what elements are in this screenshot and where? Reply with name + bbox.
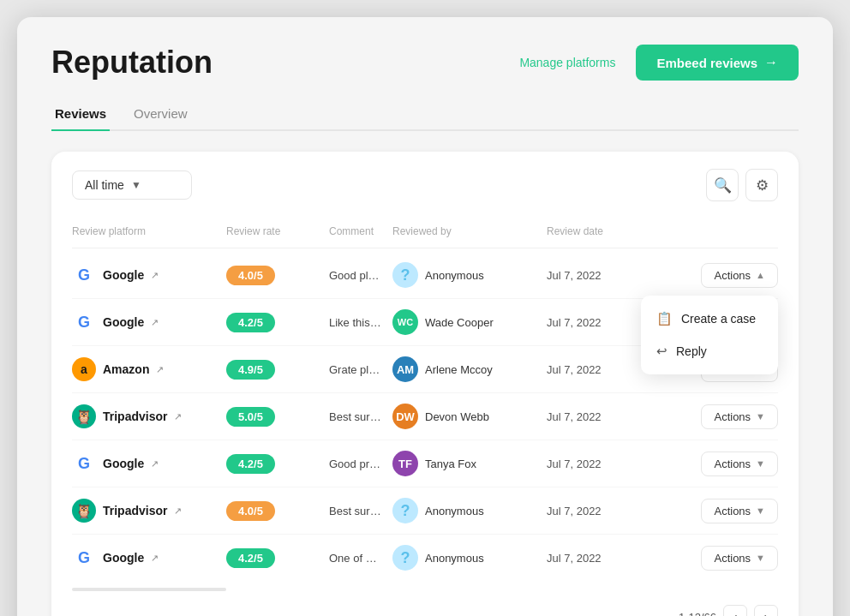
actions-button[interactable]: Actions ▼ [701,499,778,523]
time-filter-dropdown[interactable]: All time ▼ [72,170,192,200]
platform-name: Google [103,457,144,470]
external-link-icon[interactable]: ↗ [151,553,159,564]
reply-item[interactable]: ↩ Reply [641,335,778,368]
google-logo-icon: G [72,452,96,475]
platform-cell: G Google ↗ [72,263,226,287]
table-row: G Google ↗ 4.2/5 One of my friend attach… [72,535,778,581]
external-link-icon[interactable]: ↗ [156,364,164,375]
external-link-icon[interactable]: ↗ [151,317,159,328]
platform-cell: 🦉 Tripadvisor ↗ [72,499,226,523]
scrollbar-hint[interactable] [72,588,226,591]
review-date: Jul 7, 2022 [547,458,667,470]
toolbar-icons: 🔍 ⚙ [706,169,778,201]
table-row: G Google ↗ 4.2/5 Good product TF Tanya F… [72,440,778,487]
col-header-rate: Review rate [226,222,329,241]
tab-reviews[interactable]: Reviews [51,98,110,131]
tab-overview[interactable]: Overview [130,98,191,131]
rating-cell: 4.9/5 [226,360,329,380]
rating-cell: 4.2/5 [226,548,329,568]
google-logo-icon: G [72,546,96,570]
google-logo-icon: G [72,310,96,334]
manage-platforms-link[interactable]: Manage platforms [519,56,615,69]
page-title: Reputation [51,45,212,81]
comment-cell: Like this place [329,316,392,329]
main-window: Reputation Manage platforms Embeed revie… [17,17,833,616]
toolbar: All time ▼ 🔍 ⚙ [72,169,778,201]
comment-cell: Good product [329,458,392,470]
rating-cell: 5.0/5 [226,407,329,427]
chevron-icon: ▼ [756,505,765,516]
rating-badge: 4.2/5 [226,313,275,332]
actions-cell: Actions ▼ [667,499,778,523]
reviewed-by-cell: DW Devon Webb [392,404,547,429]
actions-button[interactable]: Actions ▼ [701,546,778,571]
external-link-icon[interactable]: ↗ [174,505,182,517]
rating-cell: 4.0/5 [226,266,329,285]
table-row: 🦉 Tripadvisor ↗ 4.0/5 Best survey tool e… [72,487,778,535]
filter-button[interactable]: ⚙ [745,169,778,201]
tabs-bar: Reviews Overview [51,98,799,131]
actions-button[interactable]: Actions ▼ [701,452,778,476]
comment-cell: Best survey tool ever [329,505,392,517]
pagination-next-button[interactable]: › [754,605,778,616]
table-header: Review platform Review rate Comment Revi… [72,215,778,248]
embed-reviews-button[interactable]: Embeed reviews → [636,45,799,81]
platform-name: Google [103,551,144,565]
external-link-icon[interactable]: ↗ [151,270,159,281]
tripadvisor-logo-icon: 🦉 [72,404,96,428]
platform-name: Tripadvisor [103,504,167,517]
external-link-icon[interactable]: ↗ [174,411,182,422]
rating-cell: 4.2/5 [226,454,329,474]
rating-badge: 4.0/5 [226,501,275,521]
comment-cell: Grate place to work and nice pe... [329,363,392,376]
amazon-logo-icon: a [72,357,96,381]
rating-badge: 4.2/5 [226,548,275,568]
reply-icon: ↩ [656,344,667,359]
chevron-icon: ▲ [756,270,765,280]
pagination-range: 1-12/66 [679,611,716,617]
chevron-icon: ▼ [756,553,765,563]
reviewer-name: Anonymous [425,269,484,282]
reviewed-by-cell: TF Tanya Fox [392,451,547,476]
external-link-icon[interactable]: ↗ [151,458,159,469]
pagination-prev-button[interactable]: ‹ [723,605,747,616]
actions-cell: Actions ▼ [667,404,778,429]
create-case-icon: 📋 [656,311,673,326]
platform-cell: G Google ↗ [72,452,226,475]
comment-cell: One of my friend attached an in... [329,552,392,565]
chevron-down-icon: ▼ [131,179,141,191]
platform-cell: 🦉 Tripadvisor ↗ [72,404,226,428]
actions-button[interactable]: Actions ▼ [701,404,778,429]
chevron-icon: ▼ [756,458,765,469]
platform-cell: a Amazon ↗ [72,357,226,381]
rating-badge: 4.0/5 [226,266,275,285]
filter-icon: ⚙ [756,176,769,194]
col-header-date: Review date [547,222,667,241]
avatar: DW [392,404,418,429]
rating-badge: 5.0/5 [226,407,275,427]
col-header-reviewed-by: Reviewed by [392,222,547,241]
reviewer-name: Anonymous [425,552,484,565]
actions-dropdown-menu: 📋 Create a case ↩ Reply [641,296,778,374]
google-logo-icon: G [72,263,96,287]
platform-cell: G Google ↗ [72,546,226,570]
col-header-platform: Review platform [72,222,226,241]
review-date: Jul 7, 2022 [547,505,667,517]
actions-button[interactable]: Actions ▲ [701,263,778,288]
platform-name: Amazon [103,362,149,376]
reviewer-name: Arlene Mccoy [425,363,493,376]
rating-cell: 4.0/5 [226,501,329,521]
comment-cell: Best survey tool! [329,410,392,423]
comment-cell: Good place to work! [329,269,392,282]
tripadvisor-logo-icon: 🦉 [72,499,96,523]
avatar: ? [392,545,418,571]
reviewed-by-cell: ? Anonymous [392,262,547,288]
review-date: Jul 7, 2022 [547,410,667,423]
reviewer-name: Wade Cooper [425,316,494,329]
create-case-item[interactable]: 📋 Create a case [641,302,778,335]
arrow-icon: → [764,55,778,70]
search-button[interactable]: 🔍 [706,169,739,201]
avatar: TF [392,451,418,476]
actions-cell: Actions ▲ 📋 Create a case ↩ Reply [667,263,778,288]
rating-badge: 4.9/5 [226,360,275,380]
